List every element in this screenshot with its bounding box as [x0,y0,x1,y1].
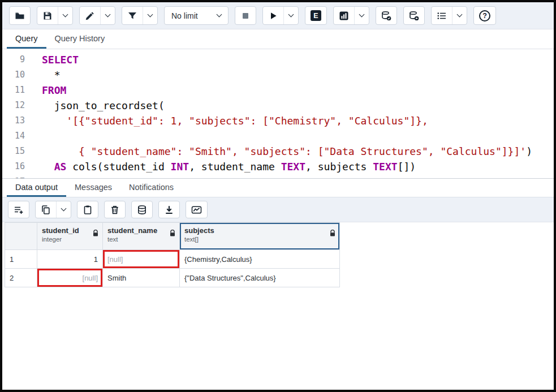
commit-button[interactable] [376,7,396,24]
code-token: SELECT [42,54,79,66]
edit-dropdown-button[interactable] [100,7,115,24]
save-button[interactable] [37,7,58,24]
lock-icon [93,230,98,237]
code-token: { "student_name": "Smith", "subjects": [… [42,145,526,157]
paste-group [77,201,98,218]
tab-notifications[interactable]: Notifications [120,179,182,197]
copy-button[interactable] [36,201,56,218]
tab-query-history[interactable]: Query History [46,29,114,49]
data-cell[interactable]: {"Data Structures",Calculus} [180,269,340,287]
add-row-button[interactable] [8,201,29,218]
save-data-group [131,201,153,218]
code-token [42,115,66,127]
macro-button[interactable] [432,7,452,24]
row-limit-value: No limit [171,11,198,20]
rollback-group [403,6,425,25]
execute-button[interactable] [263,7,283,24]
column-header-student_id[interactable]: student_idinteger [37,223,103,250]
code-token: []) [398,161,416,173]
editor-line[interactable]: 9SELECT [2,52,554,67]
tab-messages[interactable]: Messages [66,179,120,197]
delete-button[interactable] [105,201,125,218]
open-file-button[interactable] [10,7,30,24]
row-number-cell[interactable]: 1 [5,250,37,269]
save-data-button[interactable] [132,201,152,218]
data-cell[interactable]: [null] [103,250,180,269]
code-token: TEXT [373,161,397,173]
help-button[interactable]: ? [474,7,495,24]
results-table: student_idintegerstudent_nametextsubject… [5,222,340,287]
download-icon [164,205,174,215]
edit-button[interactable] [80,7,100,24]
macro-dropdown-button[interactable] [452,7,467,24]
download-button[interactable] [159,201,179,218]
open-file-group [9,6,31,25]
chart-group [186,201,208,218]
editor-line[interactable]: 11FROM [2,83,554,98]
editor-line[interactable]: 10 * [2,67,554,83]
line-number: 15 [2,144,34,159]
line-number: 16 [2,159,34,174]
filter-dropdown-button[interactable] [143,7,157,24]
pgadmin-query-tool-window: No limit E [0,0,556,392]
chart-button[interactable] [186,201,207,218]
trash-icon [110,205,120,215]
column-header-subjects[interactable]: subjectstext[] [180,223,340,250]
explain-analyze-dropdown-button[interactable] [354,7,369,24]
editor-line[interactable]: 15 { "student_name": "Smith", "subjects"… [2,144,554,159]
stop-button[interactable] [235,7,256,24]
chevron-down-icon [61,206,67,212]
macro-list-icon [437,11,447,21]
save-dropdown-button[interactable] [58,7,72,24]
explain-icon: E [311,10,321,21]
line-number: 9 [2,52,34,67]
data-cell[interactable]: Smith [103,269,180,287]
save-group [37,6,73,25]
execute-dropdown-button[interactable] [283,7,298,24]
sql-editor[interactable]: 9SELECT10 *11FROM12 json_to_recordset(13… [2,49,554,178]
tab-query[interactable]: Query [7,29,46,49]
edit-group [79,6,115,25]
folder-open-icon [15,11,25,21]
data-cell[interactable]: 1 [37,250,103,269]
chart-line-icon [191,205,202,215]
editor-line[interactable]: 17 [2,174,554,178]
editor-line[interactable]: 12 json_to_recordset( [2,98,554,113]
column-header-student_name[interactable]: student_nametext [103,223,180,250]
explain-button[interactable]: E [305,7,326,24]
editor-line[interactable]: 13 '[{"student_id": 1, "subjects": ["Che… [2,113,554,128]
code-token: TEXT [281,161,305,173]
filter-button[interactable] [122,7,143,24]
data-cell[interactable]: [null] [37,269,103,287]
copy-dropdown-button[interactable] [56,201,71,218]
paste-button[interactable] [77,201,98,218]
explain-analyze-group [333,6,369,25]
explain-analyze-button[interactable] [334,7,354,24]
code-token: , student_name [189,161,281,173]
code-text: { "student_name": "Smith", "subjects": [… [42,144,532,159]
results-header-row: student_idintegerstudent_nametextsubject… [5,223,340,250]
explain-analyze-icon [339,11,349,21]
editor-line[interactable]: 16 AS cols(student_id INT, student_name … [2,159,554,174]
help-icon: ? [479,10,490,21]
row-limit-group: No limit [164,6,229,25]
editor-line[interactable]: 14 [2,128,554,144]
line-number: 11 [2,83,34,98]
lock-icon [170,230,175,237]
data-cell[interactable]: {Chemistry,Calculus} [180,250,340,269]
tab-data-output[interactable]: Data output [7,179,66,197]
stop-icon [240,11,251,21]
save-data-icon [137,205,147,215]
select-all-corner[interactable] [5,223,37,250]
row-number-cell[interactable]: 2 [5,269,37,287]
chevron-down-icon [359,12,365,18]
column-name: student_id [42,226,89,235]
row-limit-select[interactable]: No limit [165,7,228,24]
explain-group: E [305,6,327,25]
query-toolbar: No limit E [2,2,554,29]
download-group [158,201,180,218]
add-row-icon [14,205,24,215]
rollback-button[interactable] [404,7,424,24]
lock-icon [330,230,335,237]
execute-group [262,6,299,25]
